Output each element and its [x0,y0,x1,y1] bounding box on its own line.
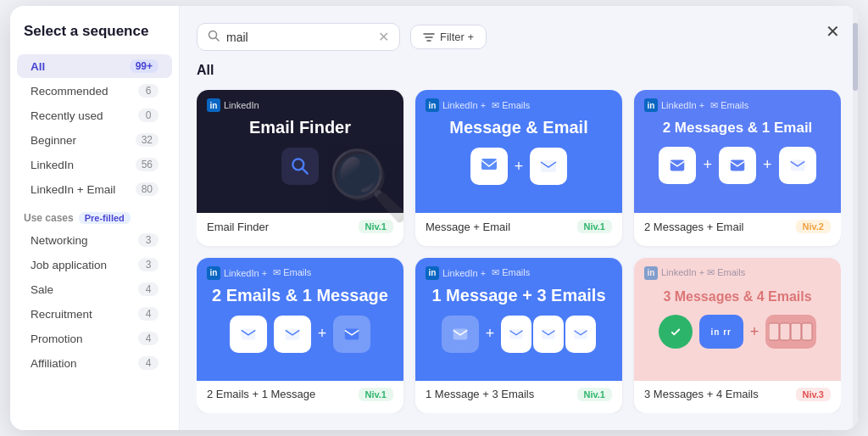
msg-stack-box: in rr [699,315,743,349]
search-box[interactable]: ✕ [197,23,400,51]
card-label: Email Finder [207,221,269,233]
sidebar-item-job-application[interactable]: Job application 3 [17,253,172,277]
svg-rect-8 [481,159,497,170]
msg-icon-box [333,316,370,353]
sidebar-item-recommended[interactable]: Recommended 6 [17,79,172,103]
card-preview: in LinkedIn + ✉ Emails 2 Emails & 1 Mess… [197,258,403,381]
linkedin-icon: in [644,98,658,112]
sidebar-title: Select a sequence [10,23,179,53]
sidebar-item-all[interactable]: All 99+ [17,54,172,78]
sidebar-item-label: LinkedIn [31,159,74,171]
plus-icon: + [515,158,524,176]
filter-label: Filter + [440,31,474,43]
card-title: Message & Email [449,118,587,137]
card-1msg-3emails[interactable]: in LinkedIn + ✉ Emails 1 Message + 3 Ema… [415,258,622,414]
svg-line-6 [303,169,308,174]
email-stack-box [765,315,816,349]
search-icon-box [281,148,319,185]
svg-rect-12 [790,159,804,170]
card-provider: in LinkedIn + ✉ Emails [426,98,530,112]
email-icon-1 [501,316,531,353]
niv-badge: Niv.2 [796,220,831,233]
card-3msg-4emails[interactable]: in LinkedIn + ✉ Emails 3 Messages & 4 Em… [634,258,841,414]
sidebar-item-beginner[interactable]: Beginner 32 [17,128,172,152]
sidebar-item-label: LinkedIn + Email [31,183,115,196]
card-2email-1msg[interactable]: in LinkedIn + ✉ Emails 2 Emails & 1 Mess… [197,258,403,414]
sidebar-item-label: Promotion [31,333,83,345]
svg-rect-16 [453,328,467,339]
scrollbar-track [853,6,858,430]
sidebar-item-label: Recommended [31,85,108,98]
sidebar-item-label: Networking [31,234,88,247]
card-label: 1 Message + 3 Emails [426,388,534,400]
sidebar-item-count: 56 [136,158,159,171]
sidebar: Select a sequence All 99+ Recommended 6 … [10,6,180,430]
card-label: 3 Messages + 4 Emails [644,388,759,400]
card-icons: + [230,316,371,353]
card-title: 3 Messages & 4 Emails [663,289,811,305]
sidebar-item-count: 80 [136,182,159,196]
sidebar-item-networking[interactable]: Networking 3 [17,228,172,252]
svg-rect-15 [345,328,359,339]
email-icon-box [530,148,567,185]
close-button[interactable]: ✕ [819,18,846,45]
card-email-finder[interactable]: in LinkedIn Email Finder 🔍 [197,90,403,246]
card-icons: + [470,148,568,185]
svg-rect-10 [670,159,685,170]
card-provider: in LinkedIn [207,98,259,112]
email-icon-2 [533,316,564,353]
svg-rect-13 [241,328,255,339]
sidebar-item-label: Sale [31,283,53,296]
linkedin-icon: in [426,266,439,280]
svg-point-20 [668,325,682,339]
use-cases-badge: Pre-filled [79,212,131,224]
message-icon-box [470,148,508,185]
niv-badge: Niv.1 [359,388,393,401]
linkedin-icon: in [207,266,220,280]
sidebar-item-label: Recently used [31,109,103,122]
svg-rect-23 [791,323,801,340]
email-icon-box [779,147,816,184]
sidebar-item-affiliation[interactable]: Affiliation 4 [17,351,172,375]
card-preview: in LinkedIn + ✉ Emails 1 Message + 3 Ema… [415,258,622,381]
sidebar-item-linkedin[interactable]: LinkedIn 56 [17,153,172,176]
sidebar-item-recently-used[interactable]: Recently used 0 [17,103,172,127]
card-2msg-1email[interactable]: in LinkedIn + ✉ Emails 2 Messages & 1 Em… [634,90,841,246]
card-message-email[interactable]: in LinkedIn + ✉ Emails Message & Email [415,90,622,246]
sidebar-item-count: 4 [138,356,159,370]
sidebar-item-promotion[interactable]: Promotion 4 [17,327,172,350]
sidebar-item-label: All [31,60,45,73]
card-label: Message + Email [426,221,510,233]
plus-icon: + [703,156,712,174]
svg-rect-14 [285,328,299,339]
svg-line-1 [216,37,220,41]
sidebar-item-count: 6 [138,84,159,98]
sidebar-item-count: 0 [138,109,159,122]
check-icon-box [659,315,693,349]
linkedin-icon: in [426,98,439,112]
sidebar-item-label: Job application [31,259,107,271]
clear-icon[interactable]: ✕ [378,29,389,45]
card-icons: + [442,316,597,353]
card-title: 1 Message + 3 Emails [431,286,605,305]
sidebar-item-linkedin-email[interactable]: LinkedIn + Email 80 [17,177,172,201]
card-preview: in LinkedIn Email Finder 🔍 [197,90,403,213]
search-input[interactable] [226,31,371,44]
card-footer: Message + Email Niv.1 [415,213,622,240]
niv-badge: Niv.3 [796,388,831,401]
svg-rect-21 [769,323,779,340]
sidebar-item-label: Affiliation [31,357,77,370]
svg-rect-17 [510,329,523,339]
sidebar-item-count: 32 [136,133,159,147]
main-content: ✕ Filter + All in LinkedIn [180,6,858,430]
cards-grid: in LinkedIn Email Finder 🔍 [197,90,841,413]
sidebar-item-recruitment[interactable]: Recruitment 4 [17,302,172,326]
card-preview: in LinkedIn + ✉ Emails Message & Email [415,90,622,213]
section-title: All [197,63,841,78]
scrollbar-thumb[interactable] [853,23,858,91]
svg-rect-19 [575,329,587,339]
sidebar-item-sale[interactable]: Sale 4 [17,277,172,301]
email-stack [501,316,596,353]
sidebar-item-label: Beginner [31,134,76,147]
filter-button[interactable]: Filter + [410,25,487,49]
